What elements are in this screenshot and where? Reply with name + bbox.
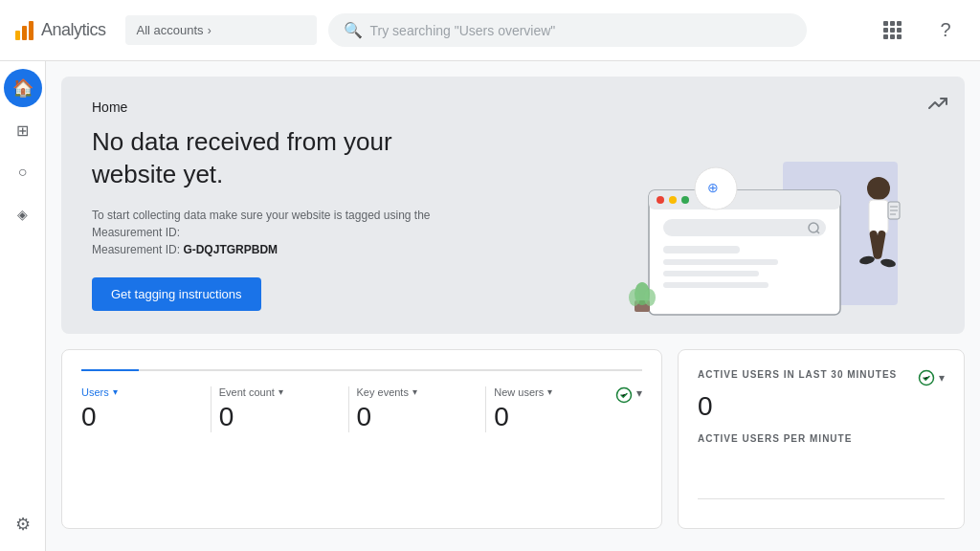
metric-key-events-label[interactable]: Key events ▾ xyxy=(357,386,463,398)
logo-area: Analytics xyxy=(15,20,106,40)
search-placeholder: Try searching "Users overview" xyxy=(370,23,556,38)
advertising-icon: ◈ xyxy=(17,207,28,222)
stats-section: Users ▾ 0 Event count ▾ 0 xyxy=(61,349,965,529)
metrics-chart-area xyxy=(81,432,642,509)
svg-text:⊕: ⊕ xyxy=(707,180,719,195)
search-icon: 🔍 xyxy=(344,21,363,39)
stats-tabs xyxy=(81,369,642,371)
hero-illustration: ⊕ xyxy=(563,143,926,334)
svg-point-28 xyxy=(644,289,656,306)
sidebar-item-reports[interactable]: ⊞ xyxy=(4,111,42,149)
svg-rect-16 xyxy=(869,200,888,233)
metric-users: Users ▾ 0 xyxy=(81,386,203,432)
search-bar[interactable]: 🔍 Try searching "Users overview" xyxy=(328,13,807,47)
svg-point-15 xyxy=(867,177,890,200)
hero-headline: No data received from your website yet. xyxy=(92,126,475,191)
breadcrumb-arrow: › xyxy=(208,24,212,37)
event-count-dropdown-arrow[interactable]: ▾ xyxy=(278,386,283,397)
hero-desc-text: To start collecting data make sure your … xyxy=(92,209,431,239)
help-button[interactable]: ? xyxy=(926,11,965,50)
sidebar-item-explore[interactable]: ○ xyxy=(4,153,42,191)
hero-content: Home No data received from your website … xyxy=(92,99,475,311)
topnav-right: ? xyxy=(873,11,965,50)
metric-divider-3 xyxy=(485,386,486,432)
metric-users-label[interactable]: Users ▾ xyxy=(81,386,188,398)
stats-metrics: Users ▾ 0 Event count ▾ 0 xyxy=(81,386,642,432)
sidebar-item-advertising[interactable]: ◈ xyxy=(4,195,42,233)
logo-bar-2 xyxy=(22,26,27,40)
metric-key-events: Key events ▾ 0 xyxy=(357,386,479,432)
metric-event-count: Event count ▾ 0 xyxy=(219,386,341,432)
active-users-value: 0 xyxy=(698,391,945,422)
active-users-per-minute-label: ACTIVE USERS PER MINUTE xyxy=(698,433,945,444)
hero-title: Home xyxy=(92,99,475,115)
active-users-label: ACTIVE USERS IN LAST 30 MINUTES xyxy=(698,369,897,380)
trend-icon[interactable] xyxy=(926,92,949,120)
metric-new-users-label[interactable]: New users ▾ xyxy=(494,386,600,398)
active-users-card: ACTIVE USERS IN LAST 30 MINUTES ▾ 0 ACTI… xyxy=(678,349,965,529)
svg-point-4 xyxy=(669,196,677,204)
hero-description: To start collecting data make sure your … xyxy=(92,207,475,258)
sidebar-item-settings[interactable]: ⚙ xyxy=(4,505,42,543)
grid-icon xyxy=(883,21,902,39)
svg-point-5 xyxy=(681,196,689,204)
breadcrumb-text: All accounts xyxy=(137,23,204,37)
app-layout: 🏠 ⊞ ○ ◈ ⚙ Home No data received from you… xyxy=(0,61,980,551)
help-icon: ? xyxy=(940,19,950,41)
chart-baseline xyxy=(698,498,945,499)
sidebar: 🏠 ⊞ ○ ◈ ⚙ xyxy=(0,61,46,551)
active-users-status-dropdown[interactable]: ▾ xyxy=(939,371,945,385)
metrics-status-dropdown[interactable]: ▾ xyxy=(636,386,642,400)
active-users-header: ACTIVE USERS IN LAST 30 MINUTES ▾ xyxy=(698,369,945,387)
tab-indicator xyxy=(81,369,139,371)
metric-event-count-value: 0 xyxy=(219,402,325,432)
metric-new-users-value: 0 xyxy=(494,402,600,432)
logo-icon xyxy=(15,21,33,40)
logo-bar-1 xyxy=(15,31,20,40)
logo-bar-3 xyxy=(29,21,33,40)
tagging-instructions-button[interactable]: Get tagging instructions xyxy=(92,277,261,311)
svg-rect-6 xyxy=(663,219,826,236)
svg-point-3 xyxy=(657,196,664,204)
svg-rect-12 xyxy=(663,282,768,288)
reports-icon: ⊞ xyxy=(16,121,29,140)
home-icon: 🏠 xyxy=(12,77,33,99)
metric-divider-2 xyxy=(348,386,349,432)
sidebar-item-home[interactable]: 🏠 xyxy=(4,69,42,107)
settings-icon: ⚙ xyxy=(15,514,31,535)
main-content: Home No data received from your website … xyxy=(46,61,980,551)
svg-rect-2 xyxy=(649,190,840,209)
measurement-id-label: Measurement ID: xyxy=(92,243,183,256)
apps-button[interactable] xyxy=(873,11,911,50)
hero-card: Home No data received from your website … xyxy=(61,77,965,334)
app-title: Analytics xyxy=(41,20,106,40)
breadcrumb[interactable]: All accounts › xyxy=(125,15,317,45)
metrics-status-icon xyxy=(615,386,633,404)
metric-users-value: 0 xyxy=(81,402,188,432)
explore-icon: ○ xyxy=(18,164,28,181)
metric-key-events-value: 0 xyxy=(357,402,463,432)
svg-rect-9 xyxy=(663,246,740,253)
key-events-dropdown-arrow[interactable]: ▾ xyxy=(412,386,417,397)
users-dropdown-arrow[interactable]: ▾ xyxy=(113,386,118,397)
topnav: Analytics All accounts › 🔍 Try searching… xyxy=(0,0,980,61)
new-users-dropdown-arrow[interactable]: ▾ xyxy=(547,386,552,397)
metric-divider-1 xyxy=(211,386,212,432)
svg-point-27 xyxy=(629,289,640,306)
svg-rect-11 xyxy=(663,271,759,276)
svg-rect-10 xyxy=(663,259,778,265)
measurement-id: G-DQJTGRPBDM xyxy=(183,243,278,256)
metric-new-users: New users ▾ 0 xyxy=(494,386,615,432)
metric-event-count-label[interactable]: Event count ▾ xyxy=(219,386,325,398)
active-users-status-icon xyxy=(918,369,935,386)
metrics-card: Users ▾ 0 Event count ▾ 0 xyxy=(61,349,662,529)
active-users-chart xyxy=(698,452,945,509)
